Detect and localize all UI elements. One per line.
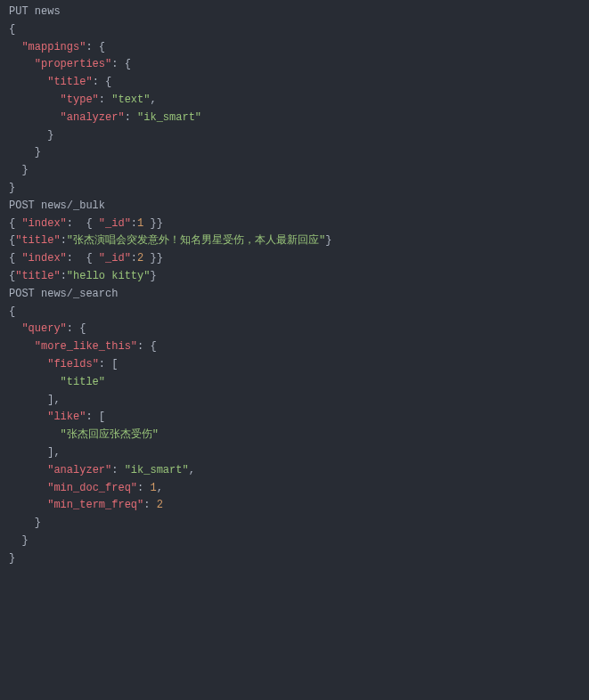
token-key: "min_doc_freq": [47, 482, 137, 494]
code-line: }: [9, 144, 580, 162]
token-str: "张杰回应张杰受伤": [61, 428, 159, 441]
token-key: "analyzer": [47, 464, 111, 476]
token-punc: ],: [47, 394, 60, 406]
token-key: "title": [15, 270, 60, 282]
token-punc: : {: [111, 58, 131, 70]
token-num: 2: [157, 499, 163, 511]
token-str: "hello kitty": [67, 270, 151, 282]
token-punc: ,: [157, 482, 163, 494]
token-punc: ],: [47, 446, 60, 459]
token-punc: : [: [86, 411, 105, 423]
code-line: }: [9, 515, 580, 533]
code-line: "properties": {: [9, 56, 580, 74]
token-key: "min_term_freq": [47, 499, 143, 511]
code-line: "more_like_this": {: [9, 338, 580, 356]
code-line: ],: [9, 444, 580, 462]
token-punc: :: [143, 499, 156, 511]
token-key: "more_like_this": [35, 340, 137, 353]
token-punc: :: [131, 252, 137, 265]
token-punc: }: [21, 534, 28, 547]
token-punc: : {: [93, 76, 112, 88]
code-line: "min_doc_freq": 1,: [9, 480, 580, 498]
code-line: "like": [: [9, 409, 580, 427]
code-line: "min_term_freq": 2: [9, 497, 580, 515]
token-key: "mappings": [21, 41, 86, 53]
token-str: "ik_smart": [137, 111, 201, 124]
token-punc: ,: [189, 464, 195, 476]
token-key: "properties": [35, 58, 111, 70]
token-num: 1: [150, 482, 156, 494]
token-punc: {: [9, 305, 15, 318]
code-line: "type": "text",: [9, 92, 580, 110]
token-punc: }: [35, 517, 41, 529]
token-punc: :: [137, 482, 150, 494]
token-punc: }: [35, 146, 41, 159]
code-line: {: [9, 304, 580, 322]
code-line: }: [9, 180, 580, 198]
token-key: "index": [21, 217, 66, 230]
token-key: "fields": [47, 358, 99, 370]
token-punc: }}: [143, 217, 163, 230]
token-punc: : {: [67, 217, 99, 230]
token-punc: :: [61, 270, 67, 282]
code-line: }: [9, 533, 580, 550]
code-line: }: [9, 550, 580, 568]
token-punc: }: [47, 129, 53, 142]
token-punc: {: [9, 252, 21, 265]
token-punc: : [: [99, 358, 119, 370]
code-line: "analyzer": "ik_smart": [9, 110, 580, 127]
token-key: "analyzer": [61, 111, 125, 124]
token-punc: : {: [67, 322, 86, 335]
token-punc: }: [325, 234, 331, 247]
code-line: ],: [9, 392, 580, 410]
token-punc: : {: [137, 340, 157, 353]
token-key: "query": [21, 322, 66, 335]
token-key: "_id": [99, 217, 131, 230]
code-line: "mappings": {: [9, 39, 580, 57]
token-punc: }}: [143, 252, 163, 265]
code-block: PUT news{ "mappings": { "properties": { …: [9, 4, 580, 568]
code-line: "title": {: [9, 74, 580, 92]
token-key: "type": [61, 94, 99, 106]
token-punc: :: [99, 94, 111, 106]
token-text: POST news/_bulk: [9, 199, 105, 212]
code-line: }: [9, 162, 580, 180]
token-punc: }: [21, 164, 28, 176]
token-punc: : {: [86, 41, 105, 53]
code-line: {: [9, 21, 580, 39]
code-line: POST news/_bulk: [9, 198, 580, 216]
token-punc: :: [61, 234, 67, 247]
code-line: { "index": { "_id":2 }}: [9, 250, 580, 268]
token-key: "like": [47, 411, 86, 423]
token-text: PUT news: [9, 5, 61, 18]
token-key: "index": [21, 252, 66, 265]
token-punc: :: [111, 464, 124, 476]
token-punc: }: [150, 270, 156, 282]
code-line: "张杰回应张杰受伤": [9, 427, 580, 444]
token-key: "_id": [99, 252, 131, 265]
token-punc: :: [131, 217, 137, 230]
token-str: "张杰演唱会突发意外！知名男星受伤，本人最新回应": [67, 234, 325, 247]
token-key: "title": [47, 76, 92, 88]
code-line: "analyzer": "ik_smart",: [9, 462, 580, 480]
token-punc: ,: [150, 94, 156, 106]
token-punc: }: [9, 182, 15, 194]
code-line: PUT news: [9, 4, 580, 21]
token-punc: {: [9, 217, 21, 230]
code-line: "query": {: [9, 321, 580, 338]
code-line: "fields": [: [9, 356, 580, 374]
token-str: "text": [111, 94, 150, 106]
token-key: "title": [15, 234, 60, 247]
code-line: { "index": { "_id":1 }}: [9, 216, 580, 233]
code-line: "title": [9, 374, 580, 392]
token-punc: }: [9, 552, 15, 565]
token-text: POST news/_search: [9, 288, 118, 300]
code-line: {"title":"hello kitty"}: [9, 268, 580, 286]
code-line: {"title":"张杰演唱会突发意外！知名男星受伤，本人最新回应"}: [9, 232, 580, 250]
code-line: }: [9, 127, 580, 145]
token-punc: :: [125, 111, 137, 124]
code-line: POST news/_search: [9, 286, 580, 304]
token-str: "title": [61, 376, 105, 388]
token-str: "ik_smart": [125, 464, 189, 476]
token-punc: : {: [67, 252, 99, 265]
